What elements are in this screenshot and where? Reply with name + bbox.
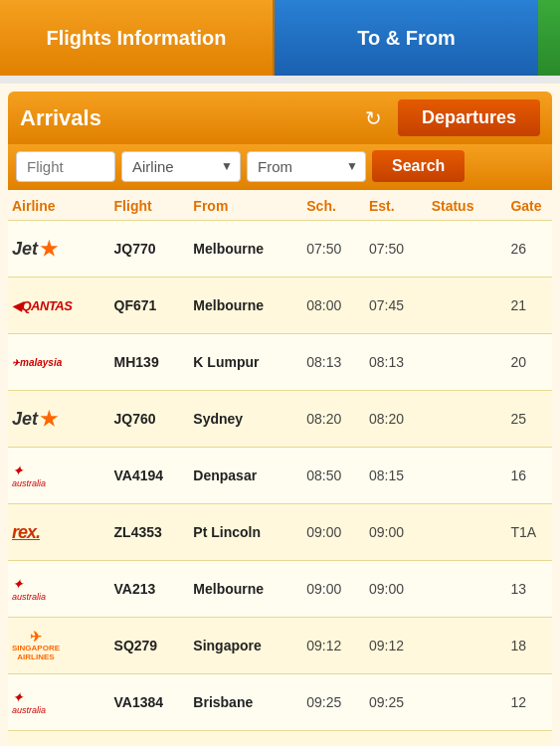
- col-header-flight: Flight: [110, 190, 190, 221]
- cell-from: Singapore: [189, 618, 302, 674]
- cell-status: [428, 448, 507, 504]
- cell-est: 08:13: [365, 334, 428, 391]
- cell-est: 09:25: [365, 731, 428, 747]
- cell-gate: 16: [506, 448, 552, 504]
- cell-from: Pt Lincoln: [189, 504, 302, 561]
- cell-airline: rex.: [8, 504, 110, 561]
- cell-flight: VA1384: [110, 674, 190, 731]
- filter-bar: Airline ▼ From ▼ Search: [8, 144, 552, 190]
- cell-est: 09:00: [365, 504, 428, 561]
- cell-from: Brisbane: [189, 674, 302, 731]
- cell-est: 09:00: [365, 561, 428, 618]
- table-row: ◀QANTAS QF671 Melbourne 08:00 07:45 21: [8, 278, 552, 334]
- tab-flights-information[interactable]: Flights Information: [0, 0, 275, 76]
- cell-airline: ✦australia: [8, 561, 110, 618]
- cell-gate: 26: [506, 221, 552, 278]
- tab-flights-label: Flights Information: [46, 27, 226, 50]
- cell-sch: 09:25: [302, 674, 365, 731]
- tab-to-from[interactable]: To & From: [275, 0, 538, 76]
- cell-sch: 08:13: [302, 334, 365, 391]
- cell-sch: 09:12: [302, 618, 365, 674]
- main-content: Arrivals ↻ Departures Airline ▼ From ▼ S…: [0, 76, 560, 746]
- tab-tofrom-label: To & From: [357, 27, 456, 50]
- cell-airline: ✦australia: [8, 674, 110, 731]
- cell-est: 09:12: [365, 618, 428, 674]
- col-header-from: From: [189, 190, 302, 221]
- cell-from: Denpasar: [189, 448, 302, 504]
- cell-sch: 09:00: [302, 504, 365, 561]
- cell-flight: JQ768: [110, 731, 190, 747]
- cell-flight: VA213: [110, 561, 190, 618]
- table-row: ✦australia VA4194 Denpasar 08:50 08:15 1…: [8, 448, 552, 504]
- cell-from: K Lumpur: [189, 334, 302, 391]
- flight-search-input[interactable]: [16, 151, 115, 182]
- table-row: Jet★ JQ760 Sydney 08:20 08:20 25: [8, 391, 552, 448]
- cell-from: Melbourne: [189, 221, 302, 278]
- cell-sch: 08:00: [302, 278, 365, 334]
- cell-gate: 12: [506, 674, 552, 731]
- cell-flight: QF671: [110, 278, 190, 334]
- cell-sch: 09:25: [302, 731, 365, 747]
- cell-status: [428, 561, 507, 618]
- cell-status: [428, 334, 507, 391]
- cell-from: Melbourne: [189, 561, 302, 618]
- cell-airline: ✈malaysia: [8, 334, 110, 391]
- col-header-airline: Airline: [8, 190, 110, 221]
- cell-status: [428, 618, 507, 674]
- search-button[interactable]: Search: [372, 150, 465, 182]
- cell-est: 09:25: [365, 674, 428, 731]
- table-header: Airline Flight From Sch. Est. Status Gat…: [8, 190, 552, 221]
- col-header-status: Status: [428, 190, 507, 221]
- from-select-wrapper: From ▼: [247, 151, 366, 182]
- cell-flight: JQ770: [110, 221, 190, 278]
- col-header-gate: Gate: [506, 190, 552, 221]
- cell-flight: SQ279: [110, 618, 190, 674]
- cell-sch: 08:20: [302, 391, 365, 448]
- cell-gate: 13: [506, 561, 552, 618]
- table-row: rex. ZL4353 Pt Lincoln 09:00 09:00 T1A: [8, 504, 552, 561]
- table-row: ✦australia VA213 Melbourne 09:00 09:00 1…: [8, 561, 552, 618]
- cell-gate: 20: [506, 334, 552, 391]
- table-row: Jet★ JQ768 Brisbane 09:25 09:25 25: [8, 731, 552, 747]
- cell-airline: ✦australia: [8, 448, 110, 504]
- cell-est: 07:50: [365, 221, 428, 278]
- cell-sch: 09:00: [302, 561, 365, 618]
- cell-airline: ✈SINGAPOREAIRLINES: [8, 618, 110, 674]
- arrivals-title: Arrivals: [20, 105, 365, 131]
- airline-select[interactable]: Airline: [121, 151, 241, 182]
- table-row: ✈SINGAPOREAIRLINES SQ279 Singapore 09:12…: [8, 618, 552, 674]
- cell-airline: ◀QANTAS: [8, 278, 110, 334]
- cell-status: [428, 731, 507, 747]
- cell-status: [428, 674, 507, 731]
- airline-select-wrapper: Airline ▼: [121, 151, 241, 182]
- cell-from: Melbourne: [189, 278, 302, 334]
- cell-gate: 25: [506, 731, 552, 747]
- cell-status: [428, 278, 507, 334]
- cell-gate: 25: [506, 391, 552, 448]
- cell-flight: MH139: [110, 334, 190, 391]
- refresh-icon[interactable]: ↻: [365, 106, 382, 130]
- cell-status: [428, 504, 507, 561]
- cell-est: 08:20: [365, 391, 428, 448]
- cell-est: 08:15: [365, 448, 428, 504]
- cell-airline: Jet★: [8, 221, 110, 278]
- table-row: ✈malaysia MH139 K Lumpur 08:13 08:13 20: [8, 334, 552, 391]
- section-header: Arrivals ↻ Departures: [8, 92, 552, 144]
- cell-sch: 08:50: [302, 448, 365, 504]
- cell-gate: 18: [506, 618, 552, 674]
- cell-flight: ZL4353: [110, 504, 190, 561]
- table-body: Jet★ JQ770 Melbourne 07:50 07:50 26 ◀QAN…: [8, 221, 552, 747]
- departures-button[interactable]: Departures: [398, 99, 540, 136]
- cell-flight: JQ760: [110, 391, 190, 448]
- cell-flight: VA4194: [110, 448, 190, 504]
- col-header-est: Est.: [365, 190, 428, 221]
- cell-status: [428, 221, 507, 278]
- cell-airline: Jet★: [8, 391, 110, 448]
- flights-table: Airline Flight From Sch. Est. Status Gat…: [8, 190, 552, 746]
- table-row: ✦australia VA1384 Brisbane 09:25 09:25 1…: [8, 674, 552, 731]
- cell-sch: 07:50: [302, 221, 365, 278]
- cell-est: 07:45: [365, 278, 428, 334]
- from-select[interactable]: From: [247, 151, 366, 182]
- cell-from: Sydney: [189, 391, 302, 448]
- cell-airline: Jet★: [8, 731, 110, 747]
